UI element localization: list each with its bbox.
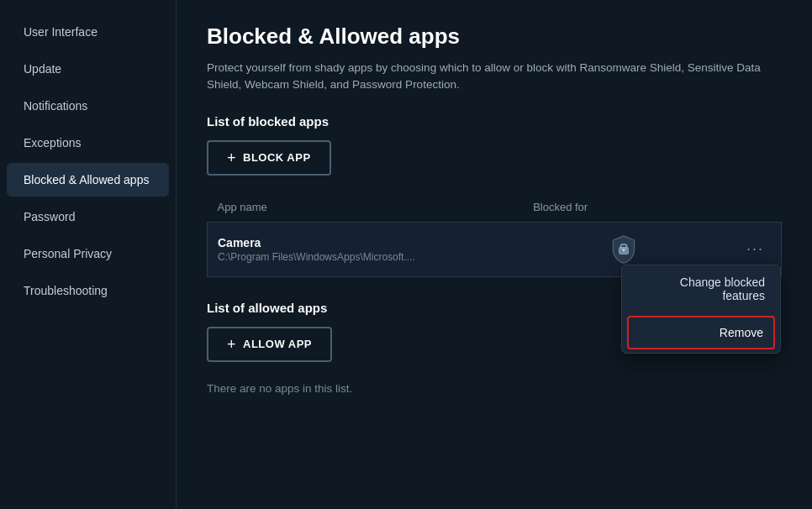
app-name: Camera xyxy=(218,236,513,249)
allow-app-label: ALLOW APP xyxy=(243,338,312,350)
blocked-section-title: List of blocked apps xyxy=(207,114,782,129)
allow-app-button[interactable]: + ALLOW APP xyxy=(207,327,332,362)
sidebar-item-blocked-allowed-apps[interactable]: Blocked & Allowed apps xyxy=(7,163,169,197)
plus-icon: + xyxy=(227,150,236,165)
remove-item[interactable]: Remove xyxy=(627,316,775,349)
sidebar-item-troubleshooting[interactable]: Troubleshooting xyxy=(7,274,169,307)
actions-cell: ··· Change blocked features Remove xyxy=(724,222,781,276)
remove-label: Remove xyxy=(720,326,763,339)
sidebar-item-label: User Interface xyxy=(24,25,98,39)
shield-icon xyxy=(609,234,639,265)
app-path: C:\Program Files\WindowsApps\Microsoft..… xyxy=(218,251,513,263)
svg-point-2 xyxy=(622,249,625,251)
sidebar-item-personal-privacy[interactable]: Personal Privacy xyxy=(7,237,169,270)
main-content: Blocked & Allowed apps Protect yourself … xyxy=(177,0,812,509)
sidebar-item-label: Blocked & Allowed apps xyxy=(24,173,149,186)
sidebar-item-user-interface[interactable]: User Interface xyxy=(7,15,169,49)
change-blocked-features-item[interactable]: Change blocked features xyxy=(622,265,780,312)
col-blocked-for: Blocked for xyxy=(523,196,724,223)
sidebar-item-label: Update xyxy=(24,62,61,76)
blocked-apps-section: List of blocked apps + BLOCK APP App nam… xyxy=(207,114,782,277)
sidebar-item-label: Password xyxy=(24,210,75,223)
block-app-label: BLOCK APP xyxy=(243,151,311,164)
change-blocked-features-label: Change blocked features xyxy=(680,275,765,302)
shield-icon-wrap xyxy=(533,234,714,265)
app-name-cell: Camera C:\Program Files\WindowsApps\Micr… xyxy=(208,222,524,276)
context-menu: Change blocked features Remove xyxy=(621,265,781,354)
sidebar-item-label: Exceptions xyxy=(24,136,81,150)
col-app-name: App name xyxy=(208,196,524,223)
sidebar-item-exceptions[interactable]: Exceptions xyxy=(7,126,169,160)
sidebar-item-notifications[interactable]: Notifications xyxy=(7,89,169,123)
table-row: Camera C:\Program Files\WindowsApps\Micr… xyxy=(208,222,782,276)
blocked-apps-table: App name Blocked for Camera C:\Program F… xyxy=(207,196,782,277)
more-options-button[interactable]: ··· xyxy=(740,237,771,261)
sidebar-item-update[interactable]: Update xyxy=(7,52,169,86)
page-title: Blocked & Allowed apps xyxy=(207,24,782,50)
sidebar-item-label: Troubleshooting xyxy=(24,284,108,297)
sidebar-item-label: Notifications xyxy=(24,99,87,113)
block-app-button[interactable]: + BLOCK APP xyxy=(207,140,331,176)
col-actions xyxy=(724,196,781,223)
plus-icon: + xyxy=(227,337,236,352)
sidebar-item-label: Personal Privacy xyxy=(24,247,112,260)
sidebar-item-password[interactable]: Password xyxy=(7,200,169,234)
page-description: Protect yourself from shady apps by choo… xyxy=(207,60,778,94)
empty-list-text: There are no apps in this list. xyxy=(207,382,782,395)
sidebar: User Interface Update Notifications Exce… xyxy=(0,0,177,509)
